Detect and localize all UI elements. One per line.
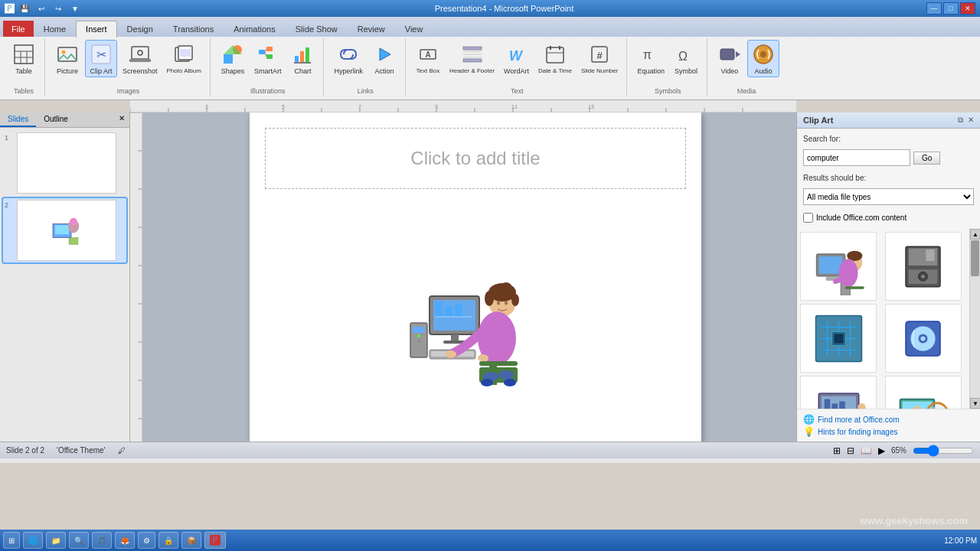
quick-undo[interactable]: ↩ xyxy=(34,2,48,15)
slides-list: 1 2 xyxy=(0,128,129,442)
taskbar-browser[interactable]: 🌐 xyxy=(23,532,43,549)
clipart-panel-header: Clip Art ⧉ ✕ xyxy=(797,112,980,129)
ribbon-group-media: Video Audio Media xyxy=(709,38,784,96)
quick-redo[interactable]: ↪ xyxy=(51,2,65,15)
ribbon-btn-photoalbum[interactable]: Photo Album xyxy=(163,40,205,77)
ribbon-btn-hyperlink[interactable]: Hyperlink xyxy=(330,40,367,77)
slideshow-btn[interactable]: ▶ xyxy=(878,445,885,456)
tab-slides[interactable]: Slides xyxy=(0,112,36,127)
ribbon-btn-headerfooter[interactable]: Header & Footer xyxy=(446,40,498,77)
ribbon-btn-equation[interactable]: π Equation xyxy=(633,40,668,77)
clipart-item-5[interactable] xyxy=(800,376,877,409)
ribbon-btn-smartart[interactable]: SmartArt xyxy=(250,40,286,77)
office-link[interactable]: 🌐 Find more at Office.com xyxy=(803,414,974,425)
svg-point-107 xyxy=(446,350,456,358)
ribbon-btn-chart[interactable]: Chart xyxy=(286,40,318,77)
clipart-item-2[interactable] xyxy=(885,232,962,301)
tab-home[interactable]: Home xyxy=(34,21,76,37)
svg-point-105 xyxy=(505,302,508,305)
zoom-slider[interactable] xyxy=(913,445,974,457)
ribbon-btn-symbol[interactable]: Ω Symbol xyxy=(670,40,702,77)
include-office-checkbox[interactable] xyxy=(803,213,813,223)
tab-design[interactable]: Design xyxy=(117,21,163,37)
maximize-button[interactable]: □ xyxy=(943,2,959,15)
ribbon-btn-audio[interactable]: Audio xyxy=(747,40,779,77)
clipart-item-1[interactable] xyxy=(800,232,877,301)
ribbon-btn-textbox[interactable]: A Text Box xyxy=(412,40,444,77)
clipart-close-button[interactable]: ✕ xyxy=(968,116,974,125)
ribbon-btn-datetime[interactable]: Date & Time xyxy=(534,40,576,77)
clipart-item-6[interactable] xyxy=(885,376,962,409)
clipart-go-button[interactable]: Go xyxy=(913,152,940,165)
office-link-icon: 🌐 xyxy=(803,414,815,425)
quick-save[interactable]: 💾 xyxy=(18,2,31,15)
include-office-row: Include Office.com content xyxy=(803,213,974,223)
results-type-dropdown[interactable]: All media file types Photographs Illustr… xyxy=(803,188,974,205)
clipart-results-wrapper: ▲ ▼ xyxy=(797,229,980,409)
taskbar-powerpoint[interactable]: 🅿 xyxy=(204,532,226,549)
taskbar-archive[interactable]: 📦 xyxy=(181,532,201,549)
table-icon xyxy=(11,42,36,67)
tab-insert[interactable]: Insert xyxy=(76,21,117,37)
taskbar-search[interactable]: 🔍 xyxy=(69,532,89,549)
svg-rect-36 xyxy=(547,47,564,63)
quick-dropdown[interactable]: ▼ xyxy=(68,2,82,15)
ribbon-btn-slidenumber[interactable]: # Slide Number xyxy=(577,40,622,77)
minimize-button[interactable]: — xyxy=(926,2,942,15)
hints-link[interactable]: 💡 Hints for finding images xyxy=(803,426,974,437)
slide-sorter-btn[interactable]: ⊟ xyxy=(847,445,854,456)
clipart-result-svg-3 xyxy=(806,310,871,367)
scroll-up-button[interactable]: ▲ xyxy=(970,229,980,240)
tab-transitions[interactable]: Transitions xyxy=(163,21,224,37)
audio-icon xyxy=(751,42,776,67)
svg-rect-72 xyxy=(55,225,69,234)
svg-point-108 xyxy=(478,354,488,362)
tab-view[interactable]: View xyxy=(395,21,433,37)
ribbon-btn-action[interactable]: Action xyxy=(368,40,400,77)
clipart-search-input[interactable] xyxy=(803,149,910,166)
window-title: Presentation4 - Microsoft PowerPoint xyxy=(82,4,926,13)
clipart-woman-computer[interactable] xyxy=(407,262,544,392)
clipart-undock-button[interactable]: ⧉ xyxy=(958,116,963,125)
tab-animations[interactable]: Animations xyxy=(224,21,285,37)
ribbon-group-symbols: π Equation Ω Symbol Symbols xyxy=(629,38,707,96)
ribbon-btn-picture[interactable]: Picture xyxy=(51,40,83,77)
scroll-down-button[interactable]: ▼ xyxy=(970,398,980,409)
reading-view-btn[interactable]: 📖 xyxy=(861,445,872,456)
ribbon-group-illustrations-items: Shapes SmartArt Chart xyxy=(217,40,319,86)
action-icon xyxy=(372,42,397,67)
wordart-label: WordArt xyxy=(504,67,529,75)
taskbar-settings[interactable]: ⚙ xyxy=(138,532,155,549)
tab-review[interactable]: Review xyxy=(348,21,395,37)
svg-point-142 xyxy=(921,336,926,341)
ribbon-btn-screenshot[interactable]: Screenshot xyxy=(119,40,162,77)
title-placeholder-text: Click to add title xyxy=(410,148,540,169)
ribbon-btn-wordart[interactable]: W WordArt xyxy=(500,40,533,77)
tab-outline[interactable]: Outline xyxy=(36,112,76,127)
main-layout: Slides Outline ✕ 1 2 xyxy=(0,112,980,442)
theme-edit-icon[interactable]: 🖊 xyxy=(118,446,126,455)
clipart-item-3[interactable] xyxy=(800,304,877,373)
ribbon-btn-shapes[interactable]: Shapes xyxy=(217,40,249,77)
close-button[interactable]: ✕ xyxy=(960,2,975,15)
taskbar-media[interactable]: 🎵 xyxy=(92,532,112,549)
normal-view-btn[interactable]: ⊞ xyxy=(833,445,841,456)
slides-panel-close[interactable]: ✕ xyxy=(114,112,129,127)
ribbon-btn-video[interactable]: Video xyxy=(714,40,746,77)
taskbar-explorer[interactable]: 📁 xyxy=(46,532,66,549)
start-button[interactable]: ⊞ xyxy=(3,532,20,549)
taskbar-firefox[interactable]: 🦊 xyxy=(115,532,135,549)
tab-slideshow[interactable]: Slide Show xyxy=(286,21,348,37)
svg-text:11: 11 xyxy=(511,104,518,109)
slide-thumb-1[interactable]: 1 xyxy=(3,131,126,195)
clipart-result-svg-6 xyxy=(890,382,956,409)
slide-thumb-2[interactable]: 2 xyxy=(3,198,126,262)
svg-point-103 xyxy=(500,282,512,295)
clipart-item-4[interactable] xyxy=(885,304,962,373)
scroll-thumb xyxy=(971,240,979,276)
taskbar-password[interactable]: 🔒 xyxy=(158,532,178,549)
ribbon-btn-clipart[interactable]: ✂ Clip Art xyxy=(85,40,117,77)
tab-file[interactable]: File xyxy=(3,21,34,37)
title-placeholder[interactable]: Click to add title xyxy=(265,128,686,189)
ribbon-btn-table[interactable]: Table xyxy=(8,40,40,77)
